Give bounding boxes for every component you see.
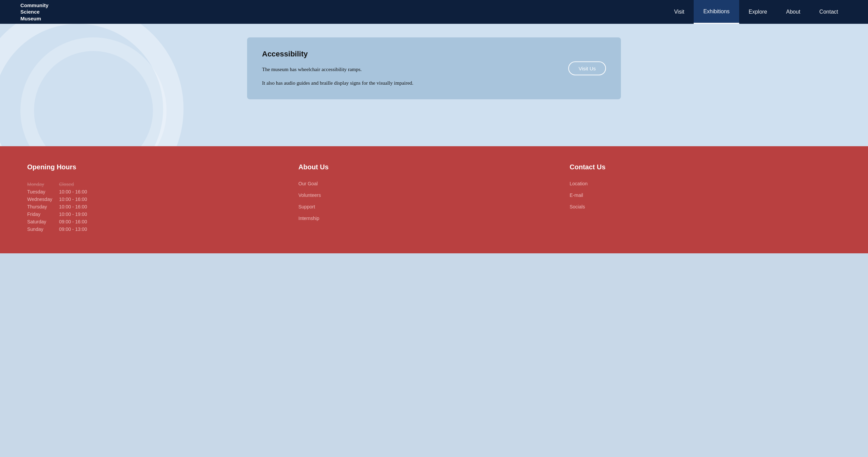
contact-links-list: LocationE-mailSocials (570, 181, 841, 210)
footer-contact-col: Contact Us LocationE-mailSocials (570, 163, 841, 233)
day-label: Tuesday (27, 188, 59, 196)
list-item: E-mail (570, 192, 841, 198)
list-item: Socials (570, 204, 841, 210)
table-row: Thursday10:00 - 16:00 (27, 203, 94, 210)
opening-hours-heading: Opening Hours (27, 163, 298, 171)
visit-us-button[interactable]: Visit Us (568, 62, 606, 75)
nav-about[interactable]: About (777, 0, 810, 24)
time-label: 10:00 - 16:00 (59, 203, 94, 210)
about-link[interactable]: Volunteers (298, 192, 321, 198)
table-row: Friday10:00 - 19:00 (27, 210, 94, 218)
accessibility-body: The museum has wheelchair accessibility … (262, 65, 439, 87)
about-link[interactable]: Our Goal (298, 181, 318, 186)
table-row: Wednesday10:00 - 16:00 (27, 196, 94, 203)
time-label: 10:00 - 19:00 (59, 210, 94, 218)
day-label: Monday (27, 181, 59, 188)
table-row: Tuesday10:00 - 16:00 (27, 188, 94, 196)
accessibility-card: Accessibility The museum has wheelchair … (247, 37, 621, 99)
table-row: Sunday09:00 - 13:00 (27, 225, 94, 233)
about-us-heading: About Us (298, 163, 570, 171)
nav-links: Visit Exhibitions Explore About Contact (664, 0, 848, 24)
navbar: Community Science Museum Visit Exhibitio… (0, 0, 868, 24)
hours-table: MondayClosedTuesday10:00 - 16:00Wednesda… (27, 181, 94, 233)
list-item: Location (570, 181, 841, 187)
nav-contact[interactable]: Contact (810, 0, 848, 24)
footer: Opening Hours MondayClosedTuesday10:00 -… (0, 146, 868, 253)
about-links-list: Our GoalVolunteersSupportInternship (298, 181, 570, 221)
time-label: 10:00 - 16:00 (59, 188, 94, 196)
list-item: Volunteers (298, 192, 570, 198)
list-item: Our Goal (298, 181, 570, 187)
list-item: Internship (298, 215, 570, 221)
time-label: Closed (59, 181, 94, 188)
day-label: Wednesday (27, 196, 59, 203)
main-content: Accessibility The museum has wheelchair … (0, 24, 868, 146)
nav-exhibitions[interactable]: Exhibitions (694, 0, 739, 24)
time-label: 10:00 - 16:00 (59, 196, 94, 203)
nav-visit[interactable]: Visit (664, 0, 694, 24)
site-logo: Community Science Museum (20, 2, 49, 22)
about-link[interactable]: Internship (298, 216, 319, 221)
day-label: Saturday (27, 218, 59, 225)
list-item: Support (298, 204, 570, 210)
time-label: 09:00 - 16:00 (59, 218, 94, 225)
time-label: 09:00 - 13:00 (59, 225, 94, 233)
accessibility-para2: It also has audio guides and braille dis… (262, 79, 439, 87)
contact-us-heading: Contact Us (570, 163, 841, 171)
day-label: Sunday (27, 225, 59, 233)
contact-link[interactable]: Socials (570, 204, 585, 209)
table-row: MondayClosed (27, 181, 94, 188)
day-label: Friday (27, 210, 59, 218)
contact-link[interactable]: Location (570, 181, 588, 186)
table-row: Saturday09:00 - 16:00 (27, 218, 94, 225)
nav-explore[interactable]: Explore (739, 0, 777, 24)
contact-link[interactable]: E-mail (570, 192, 583, 198)
accessibility-title: Accessibility (262, 50, 606, 58)
day-label: Thursday (27, 203, 59, 210)
footer-about-col: About Us Our GoalVolunteersSupportIntern… (298, 163, 570, 233)
about-link[interactable]: Support (298, 204, 315, 209)
accessibility-para1: The museum has wheelchair accessibility … (262, 65, 439, 73)
footer-hours-col: Opening Hours MondayClosedTuesday10:00 -… (27, 163, 298, 233)
